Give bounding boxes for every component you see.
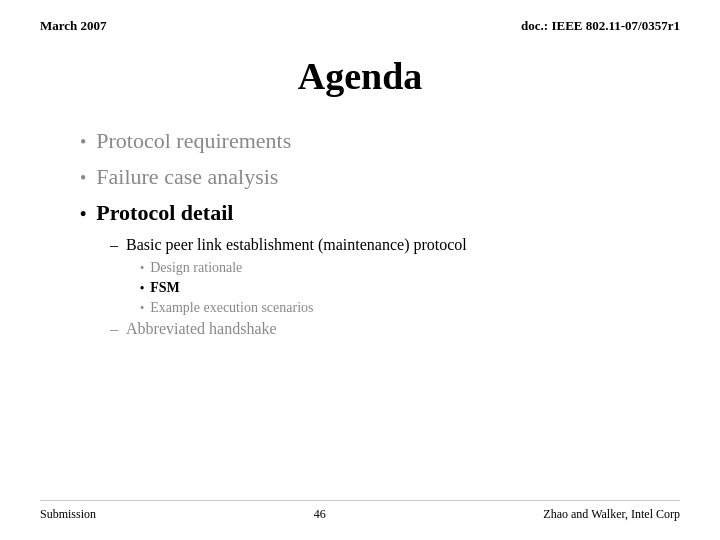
header-doc: doc.: IEEE 802.11-07/0357r1	[521, 18, 680, 34]
dash-item-basic-peer: – Basic peer link establishment (mainten…	[110, 236, 680, 254]
title-section: Agenda	[40, 54, 680, 98]
slide-title: Agenda	[298, 55, 423, 97]
small-dot-3: •	[140, 301, 144, 316]
small-dot-2: •	[140, 281, 144, 296]
small-label-3: Example execution scenarios	[150, 300, 313, 316]
footer: Submission 46 Zhao and Walker, Intel Cor…	[40, 500, 680, 522]
bullet-dot-3: •	[80, 204, 86, 225]
sub-section: – Basic peer link establishment (mainten…	[110, 236, 680, 338]
small-dot-1: •	[140, 261, 144, 276]
dash-label-2: Abbreviated handshake	[126, 320, 277, 338]
small-label-1: Design rationale	[150, 260, 242, 276]
sub-sub-section: • Design rationale • FSM • Example execu…	[140, 260, 680, 316]
dash-item-abbreviated: – Abbreviated handshake	[110, 320, 680, 338]
dash-label-1: Basic peer link establishment (maintenan…	[126, 236, 467, 254]
bullet-label-1: Protocol requirements	[96, 128, 291, 154]
footer-page-number: 46	[314, 507, 326, 522]
bullet-label-2: Failure case analysis	[96, 164, 278, 190]
slide: March 2007 doc.: IEEE 802.11-07/0357r1 A…	[0, 0, 720, 540]
footer-authors: Zhao and Walker, Intel Corp	[543, 507, 680, 522]
small-bullet-example: • Example execution scenarios	[140, 300, 680, 316]
small-bullet-fsm: • FSM	[140, 280, 680, 296]
dash-symbol-1: –	[110, 236, 118, 254]
bullet-dot-2: •	[80, 168, 86, 189]
bullet-dot-1: •	[80, 132, 86, 153]
small-bullet-design: • Design rationale	[140, 260, 680, 276]
content-area: • Protocol requirements • Failure case a…	[40, 128, 680, 500]
bullet-protocol-req: • Protocol requirements	[80, 128, 680, 154]
bullet-failure-case: • Failure case analysis	[80, 164, 680, 190]
dash-symbol-2: –	[110, 320, 118, 338]
header: March 2007 doc.: IEEE 802.11-07/0357r1	[40, 18, 680, 34]
bullet-protocol-detail: • Protocol detail	[80, 200, 680, 226]
small-label-2: FSM	[150, 280, 180, 296]
bullet-label-3: Protocol detail	[96, 200, 233, 226]
header-date: March 2007	[40, 18, 107, 34]
footer-submission: Submission	[40, 507, 96, 522]
